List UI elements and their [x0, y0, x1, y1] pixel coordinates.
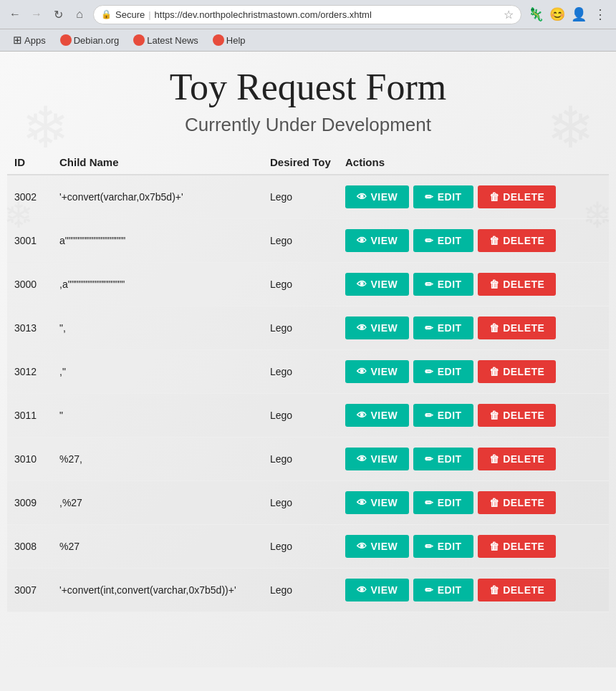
delete-button[interactable]: 🗑 DELETE [478, 316, 557, 339]
action-buttons: 👁 VIEW ✏ EDIT 🗑 DELETE [345, 273, 602, 296]
edit-button[interactable]: ✏ EDIT [413, 316, 473, 339]
extensions-icon[interactable]: 🦎 [526, 4, 546, 24]
trash-icon: 🗑 [489, 279, 500, 290]
bookmark-debian[interactable]: Debian.org [54, 33, 125, 47]
view-button[interactable]: 👁 VIEW [345, 360, 409, 383]
trash-icon: 🗑 [489, 410, 500, 421]
apps-icon: ⊞ [13, 34, 22, 47]
action-buttons: 👁 VIEW ✏ EDIT 🗑 DELETE [345, 535, 602, 558]
cell-child-name: '+convert(varchar,0x7b5d)+' [52, 175, 263, 219]
account-icon[interactable]: 👤 [569, 4, 589, 24]
bookmark-apps[interactable]: ⊞ Apps [7, 32, 52, 48]
col-header-id: ID [7, 150, 52, 175]
bookmark-apps-label: Apps [24, 35, 46, 46]
view-button[interactable]: 👁 VIEW [345, 273, 409, 296]
cell-desired-toy: Lego [263, 350, 338, 394]
cell-desired-toy: Lego [263, 569, 338, 612]
cell-id: 3010 [7, 438, 52, 481]
edit-button[interactable]: ✏ EDIT [413, 404, 473, 427]
cell-actions: 👁 VIEW ✏ EDIT 🗑 DELETE [338, 306, 609, 350]
delete-button[interactable]: 🗑 DELETE [478, 229, 557, 252]
action-buttons: 👁 VIEW ✏ EDIT 🗑 DELETE [345, 404, 602, 427]
delete-button[interactable]: 🗑 DELETE [478, 360, 557, 383]
bookmark-star[interactable]: ☆ [504, 8, 514, 21]
table-row: 3013 ", Lego 👁 VIEW ✏ EDIT 🗑 DELETE [7, 306, 609, 350]
reload-button[interactable]: ↻ [49, 5, 67, 24]
edit-label: EDIT [438, 584, 462, 596]
eye-icon: 👁 [357, 453, 367, 465]
view-button[interactable]: 👁 VIEW [345, 229, 409, 252]
cell-child-name: a""""""""""""""""" [52, 219, 263, 263]
pencil-icon: ✏ [425, 497, 434, 508]
delete-button[interactable]: 🗑 DELETE [478, 273, 557, 296]
eye-icon: 👁 [357, 235, 367, 246]
cell-desired-toy: Lego [263, 306, 338, 350]
bookmark-latestnews[interactable]: Latest News [127, 33, 204, 47]
view-button[interactable]: 👁 VIEW [345, 316, 409, 339]
menu-icon[interactable]: ⋮ [590, 4, 610, 24]
cell-id: 3001 [7, 219, 52, 263]
trash-icon: 🗑 [489, 453, 500, 465]
cell-desired-toy: Lego [263, 438, 338, 481]
cell-child-name: ," [52, 350, 263, 394]
profile-icon[interactable]: 😊 [547, 4, 567, 24]
edit-button[interactable]: ✏ EDIT [413, 535, 473, 558]
trash-icon: 🗑 [489, 235, 500, 246]
edit-label: EDIT [438, 279, 462, 290]
view-button[interactable]: 👁 VIEW [345, 448, 409, 470]
view-button[interactable]: 👁 VIEW [345, 535, 409, 558]
cell-child-name: " [52, 394, 263, 438]
forward-button[interactable]: → [27, 5, 46, 24]
view-button[interactable]: 👁 VIEW [345, 491, 409, 514]
action-buttons: 👁 VIEW ✏ EDIT 🗑 DELETE [345, 360, 602, 383]
cell-id: 3002 [7, 175, 52, 219]
toolbar-icons: 🦎 😊 👤 ⋮ [526, 4, 610, 24]
edit-label: EDIT [438, 366, 462, 377]
view-button[interactable]: 👁 VIEW [345, 579, 409, 601]
edit-button[interactable]: ✏ EDIT [413, 360, 473, 383]
col-header-desired-toy: Desired Toy [263, 150, 338, 175]
cell-actions: 👁 VIEW ✏ EDIT 🗑 DELETE [338, 175, 609, 219]
delete-button[interactable]: 🗑 DELETE [478, 579, 557, 601]
orders-table: ID Child Name Desired Toy Actions [7, 150, 609, 612]
edit-button[interactable]: ✏ EDIT [413, 491, 473, 514]
delete-button[interactable]: 🗑 DELETE [478, 185, 557, 208]
edit-label: EDIT [438, 410, 462, 421]
delete-button[interactable]: 🗑 DELETE [478, 491, 557, 514]
back-button[interactable]: ← [6, 5, 24, 24]
view-label: VIEW [371, 584, 398, 596]
pencil-icon: ✏ [425, 191, 434, 203]
col-header-child-name: Child Name [52, 150, 263, 175]
home-button[interactable]: ⌂ [70, 5, 89, 24]
trash-icon: 🗑 [489, 541, 500, 552]
trash-icon: 🗑 [489, 497, 500, 508]
cell-id: 3013 [7, 306, 52, 350]
delete-label: DELETE [503, 279, 544, 290]
cell-id: 3009 [7, 481, 52, 525]
pencil-icon: ✏ [425, 322, 434, 334]
view-label: VIEW [371, 410, 398, 421]
page-content: ❄ ❄ ❄ ❄ Toy Request Form Currently Under… [0, 52, 616, 667]
trash-icon: 🗑 [489, 322, 500, 334]
eye-icon: 👁 [357, 279, 367, 290]
view-label: VIEW [371, 235, 398, 246]
pencil-icon: ✏ [425, 584, 434, 596]
edit-button[interactable]: ✏ EDIT [413, 448, 473, 470]
delete-button[interactable]: 🗑 DELETE [478, 535, 557, 558]
url-separator: | [148, 9, 150, 20]
delete-button[interactable]: 🗑 DELETE [478, 448, 557, 470]
edit-button[interactable]: ✏ EDIT [413, 229, 473, 252]
address-bar[interactable]: 🔒 Secure | https://dev.northpolechristma… [93, 5, 521, 24]
view-button[interactable]: 👁 VIEW [345, 404, 409, 427]
trash-icon: 🗑 [489, 584, 500, 596]
edit-button[interactable]: ✏ EDIT [413, 273, 473, 296]
bookmark-debian-label: Debian.org [74, 35, 120, 46]
view-button[interactable]: 👁 VIEW [345, 185, 409, 208]
bookmark-help[interactable]: Help [207, 33, 251, 47]
delete-label: DELETE [503, 453, 544, 465]
edit-button[interactable]: ✏ EDIT [413, 185, 473, 208]
cell-child-name: ", [52, 306, 263, 350]
view-label: VIEW [371, 497, 398, 508]
delete-button[interactable]: 🗑 DELETE [478, 404, 557, 427]
edit-button[interactable]: ✏ EDIT [413, 579, 473, 601]
